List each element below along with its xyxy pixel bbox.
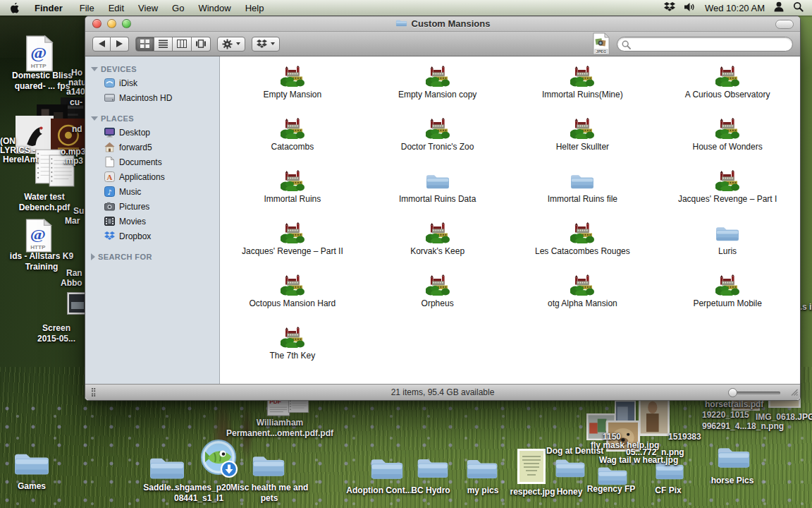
menu-file[interactable]: File xyxy=(73,3,102,13)
desktop-folder-icon[interactable] xyxy=(13,449,51,478)
file-item[interactable]: Orpheus xyxy=(365,272,510,324)
desktop-http-doc-icon[interactable]: @HTTP xyxy=(21,219,56,253)
slider-knob[interactable] xyxy=(728,388,737,397)
mansion-icon xyxy=(281,169,304,191)
titlebar[interactable]: Custom Mansions xyxy=(85,16,800,32)
mansion-icon xyxy=(426,274,450,296)
user-icon[interactable] xyxy=(774,1,784,14)
desktop-person-photo-icon[interactable] xyxy=(639,395,670,436)
back-button[interactable] xyxy=(92,37,111,52)
sidebar-section-places[interactable]: PLACES xyxy=(85,112,219,125)
file-item[interactable]: Immortal Ruins file xyxy=(510,167,656,219)
file-item[interactable]: Helter Skullter xyxy=(510,115,656,167)
menu-finder[interactable]: Finder xyxy=(27,3,73,13)
sidebar-item-pictures[interactable]: Pictures xyxy=(85,199,219,214)
file-item[interactable]: Immortal Ruins xyxy=(220,167,365,219)
desktop-folder-icon[interactable] xyxy=(716,443,751,471)
file-item[interactable]: Empty Mansion xyxy=(220,63,365,115)
file-item[interactable]: Jacques' Revenge – Part I xyxy=(655,167,800,219)
coverflow-view-button[interactable] xyxy=(192,37,211,52)
dropbox-toolbar-button[interactable] xyxy=(252,37,280,52)
file-item[interactable]: Octopus Mansion Hard xyxy=(220,272,365,324)
sidebar-item-movies[interactable]: Movies xyxy=(85,214,219,229)
file-label: Immortal Ruins xyxy=(264,194,321,204)
icon-size-toggle[interactable] xyxy=(92,388,100,399)
mansion-icon xyxy=(715,117,739,139)
file-label: A Curious Observatory xyxy=(685,90,770,99)
desktop-fish-app-icon[interactable] xyxy=(199,439,240,480)
icon-size-slider[interactable] xyxy=(728,387,780,398)
desktop-folder-icon[interactable] xyxy=(554,455,586,480)
desktop-label-fragment: Su xyxy=(73,206,84,216)
close-button[interactable] xyxy=(92,19,102,28)
file-item[interactable]: Immortal Ruins(Mine) xyxy=(510,63,656,115)
document-icon xyxy=(104,157,115,168)
spotlight-icon[interactable] xyxy=(793,1,804,14)
menu-edit[interactable]: Edit xyxy=(102,3,131,13)
forward-button[interactable] xyxy=(111,37,129,52)
menubar-clock[interactable]: Wed 10:20 AM xyxy=(705,3,765,13)
file-item[interactable]: Empty Mansion copy xyxy=(365,63,510,115)
toolbar-toggle-capsule[interactable] xyxy=(775,20,794,29)
file-item[interactable]: Jacques' Revenge – Part II xyxy=(220,219,365,272)
menu-view[interactable]: View xyxy=(131,3,165,13)
sidebar-section-devices[interactable]: DEVICES xyxy=(85,63,219,75)
file-browser-content: Empty MansionEmpty Mansion copyImmortal … xyxy=(220,56,800,384)
desktop-label-fragment: natu xyxy=(68,78,86,87)
desktop-respect-img-icon[interactable] xyxy=(517,449,546,484)
search-input[interactable] xyxy=(617,37,793,52)
file-item[interactable]: Perpetuum Mobile xyxy=(655,272,800,324)
file-item[interactable]: Les Catacombes Rouges xyxy=(510,219,656,272)
sidebar-item-music[interactable]: ♪Music xyxy=(85,184,219,199)
file-item[interactable]: A Curious Observatory xyxy=(655,63,800,115)
sidebar-item-forward5[interactable]: forward5 xyxy=(85,140,219,155)
sidebar-section-search-for[interactable]: SEARCH FOR xyxy=(85,250,219,263)
minimize-button[interactable] xyxy=(107,19,116,28)
desktop-http-doc-icon[interactable]: @HTTP xyxy=(21,35,58,72)
desktop-folder-icon[interactable] xyxy=(465,455,499,482)
sidebar-item-idisk[interactable]: iDisk xyxy=(85,75,219,90)
mansion-icon xyxy=(715,65,739,87)
desktop-folder-icon[interactable] xyxy=(369,454,405,483)
sidebar-item-documents[interactable]: Documents xyxy=(85,155,219,169)
desktop-label-fragment: 996291_4...18_n.png xyxy=(702,421,784,431)
sidebar-item-desktop[interactable]: Desktop xyxy=(85,125,219,140)
file-item[interactable]: The 7th Key xyxy=(220,324,365,376)
menu-help[interactable]: Help xyxy=(238,3,271,13)
toolbar-right: JPEG xyxy=(592,32,793,55)
apple-menu[interactable] xyxy=(0,3,27,13)
mansion-icon xyxy=(570,274,594,296)
file-label: Octopus Mansion Hard xyxy=(250,298,336,308)
volume-icon[interactable] xyxy=(684,2,696,14)
desktop-folder-icon[interactable] xyxy=(148,453,186,483)
window-resize-grip[interactable] xyxy=(790,388,798,398)
sidebar-item-applications[interactable]: AApplications xyxy=(85,169,219,184)
file-label: Jacques' Revenge – Part II xyxy=(242,246,343,256)
icon-view-button[interactable] xyxy=(135,37,154,52)
action-gear-button[interactable] xyxy=(217,37,245,52)
file-label: Perpetuum Mobile xyxy=(693,298,761,308)
zoom-button[interactable] xyxy=(122,19,131,28)
desktop-folder-icon[interactable] xyxy=(416,454,450,481)
column-view-button[interactable] xyxy=(173,37,192,52)
sidebar-item-dropbox[interactable]: Dropbox xyxy=(85,229,219,243)
file-item[interactable]: Korvak's Keep xyxy=(365,219,510,272)
mansion-icon xyxy=(426,117,450,139)
menu-window[interactable]: Window xyxy=(191,3,238,13)
file-label: Jacques' Revenge – Part I xyxy=(678,194,777,204)
file-item[interactable]: Luris xyxy=(655,219,800,272)
file-item[interactable]: otg Alpha Mansion xyxy=(510,272,656,324)
file-item[interactable]: Doctor Tronic's Zoo xyxy=(365,115,510,167)
jpeg-file-proxy-icon[interactable]: JPEG xyxy=(592,32,610,55)
desktop-folder-icon[interactable] xyxy=(251,452,286,480)
desktop-label-fragment: nd xyxy=(72,124,82,134)
file-item[interactable]: Immortal Ruins Data xyxy=(365,167,510,219)
file-item[interactable]: House of Wonders xyxy=(655,115,800,167)
menu-go[interactable]: Go xyxy=(165,3,191,13)
dropbox-menu-icon[interactable] xyxy=(664,2,675,14)
sidebar-item-macintosh-hd[interactable]: Macintosh HD xyxy=(85,90,219,105)
menubar: FinderFileEditViewGoWindowHelp Wed 10:20… xyxy=(0,0,812,16)
music-icon: ♪ xyxy=(104,186,115,198)
list-view-button[interactable] xyxy=(154,37,173,52)
file-item[interactable]: Catacombs xyxy=(220,115,365,167)
